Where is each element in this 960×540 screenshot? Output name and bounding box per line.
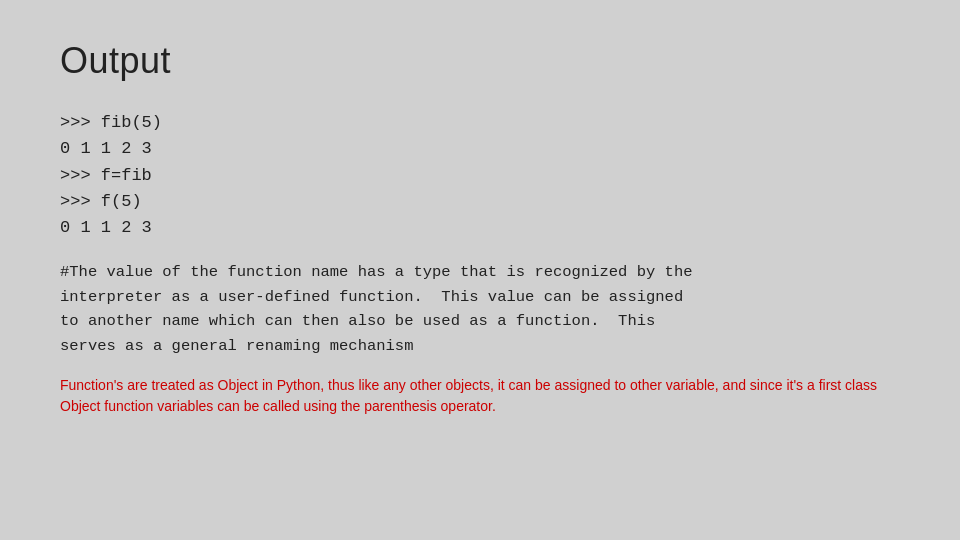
desc-line-3: to another name which can then also be u… xyxy=(60,309,900,334)
code-block: >>> fib(5) 0 1 1 2 3 >>> f=fib >>> f(5) … xyxy=(60,110,900,242)
desc-line-4: serves as a general renaming mechanism xyxy=(60,334,900,359)
code-line-2: 0 1 1 2 3 xyxy=(60,136,900,162)
code-line-1: >>> fib(5) xyxy=(60,110,900,136)
red-description: Function's are treated as Object in Pyth… xyxy=(60,375,900,417)
description-block: #The value of the function name has a ty… xyxy=(60,260,900,359)
desc-line-2: interpreter as a user-defined function. … xyxy=(60,285,900,310)
slide-title: Output xyxy=(60,40,900,82)
desc-line-1: #The value of the function name has a ty… xyxy=(60,260,900,285)
code-line-3: >>> f=fib xyxy=(60,163,900,189)
code-line-4: >>> f(5) xyxy=(60,189,900,215)
slide-container: Output >>> fib(5) 0 1 1 2 3 >>> f=fib >>… xyxy=(0,0,960,540)
code-line-5: 0 1 1 2 3 xyxy=(60,215,900,241)
